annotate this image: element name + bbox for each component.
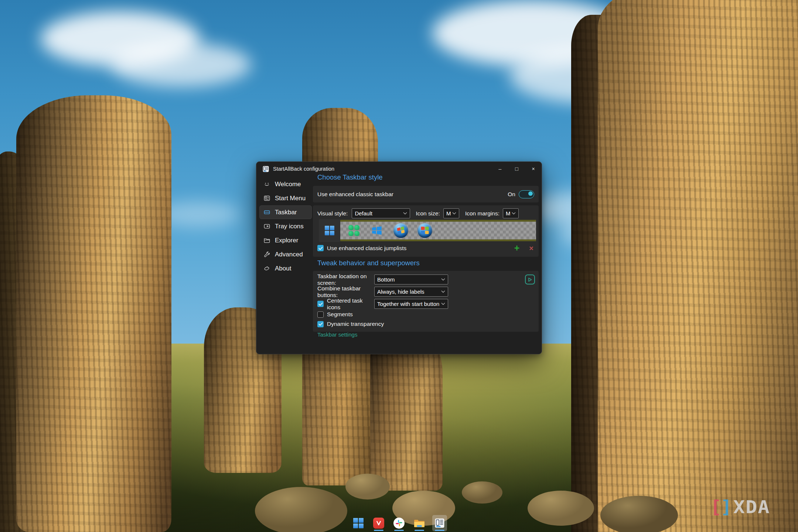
maximize-button[interactable]: □ [508, 162, 525, 176]
rock [345, 474, 390, 499]
style-preview-strip [340, 220, 536, 241]
visual-style-dropdown[interactable]: Default [352, 208, 410, 218]
standing-stone [16, 95, 171, 532]
sidebar-item-advanced[interactable]: Advanced [259, 248, 312, 261]
hand-icon [263, 265, 270, 272]
taskbar-button-slack[interactable] [392, 515, 406, 531]
startallback-window: StartAllBack configuration – □ × Welcome… [256, 161, 542, 354]
taskbar-settings-link[interactable]: Taskbar settings [317, 331, 357, 338]
taskbar-button-explorer[interactable] [412, 515, 427, 531]
startallback-app-icon [262, 166, 269, 173]
chevron-down-icon [441, 303, 445, 305]
section-title-taskbar-style: Choose Taskbar style [317, 173, 383, 181]
rock [600, 496, 678, 532]
check-icon [318, 246, 323, 250]
cloud [111, 42, 251, 87]
style-option-windows11[interactable] [319, 219, 340, 242]
tray-icons-icon [263, 223, 270, 230]
rock [528, 491, 594, 526]
close-button[interactable]: × [525, 162, 542, 176]
system-taskbar [351, 514, 447, 532]
combine-buttons-value: Always, hide labels [377, 289, 424, 295]
rock [255, 487, 347, 532]
taskbar-style-panel: Visual style: Default Icon size: M Icon … [313, 205, 539, 257]
start-button[interactable] [351, 515, 366, 531]
dynamic-transparency-checkbox[interactable] [317, 321, 324, 327]
remove-style-button[interactable]: × [528, 245, 534, 252]
style-option-vista-orb[interactable] [417, 223, 432, 238]
add-style-button[interactable]: + [514, 243, 521, 253]
icon-margins-label: Icon margins: [465, 210, 499, 217]
check-icon [318, 322, 323, 326]
segments-label: Segments [327, 311, 353, 318]
sidebar-item-taskbar[interactable]: Taskbar [259, 205, 312, 219]
check-icon [318, 302, 323, 306]
taskbar-location-value: Bottom [377, 276, 395, 283]
slack-icon [393, 518, 405, 529]
minimize-button[interactable]: – [492, 162, 508, 176]
play-icon [528, 277, 532, 282]
icon-margins-dropdown[interactable]: M [503, 208, 519, 218]
enhanced-taskbar-panel: Use enhanced classic taskbar On [313, 186, 539, 202]
visual-style-label: Visual style: [317, 210, 348, 217]
icon-size-dropdown[interactable]: M [443, 208, 459, 218]
chevron-down-icon [441, 290, 445, 293]
combine-buttons-label: Combine taskbar buttons: [317, 285, 374, 299]
chevron-down-icon [512, 212, 516, 215]
sidebar-item-label: Start Menu [275, 195, 306, 202]
centered-icons-value: Together with start button [377, 301, 439, 307]
chevron-down-icon [441, 278, 445, 281]
jumplists-checkbox[interactable] [317, 245, 324, 251]
section-title-tweak-behavior: Tweak behavior and superpowers [317, 259, 420, 267]
sidebar-item-about[interactable]: About [259, 262, 312, 275]
icon-margins-value: M [506, 210, 511, 216]
watermark-bracket-right: ] [720, 497, 731, 517]
watermark-text: XDA [733, 497, 770, 517]
style-option-windows7-orb[interactable] [393, 223, 408, 238]
folder-icon [413, 517, 425, 529]
centered-icons-dropdown[interactable]: Together with start button [374, 299, 448, 309]
titlebar[interactable]: StartAllBack configuration – □ × [256, 162, 542, 176]
icon-size-value: M [446, 210, 451, 216]
sidebar: Welcome Start Menu Taskbar Tray icons [259, 177, 312, 276]
folder-icon [263, 237, 270, 244]
style-option-clover[interactable] [348, 225, 359, 236]
watermark-bracket-left: [ [710, 497, 720, 517]
taskbar-location-label: Taskbar location on screen: [317, 273, 374, 286]
style-option-windows10[interactable] [371, 224, 383, 237]
vivaldi-icon [373, 518, 384, 529]
icon-size-label: Icon size: [416, 210, 440, 217]
xda-watermark: []XDA [710, 497, 770, 517]
sidebar-item-label: Tray icons [275, 223, 304, 230]
taskbar-style-preview [319, 219, 536, 242]
toggle-knob [528, 191, 533, 196]
windows-flag-icon [397, 226, 405, 234]
centered-icons-checkbox[interactable] [317, 301, 324, 307]
sidebar-item-tray-icons[interactable]: Tray icons [259, 219, 312, 233]
startallback-icon [434, 518, 445, 529]
sidebar-item-explorer[interactable]: Explorer [259, 233, 312, 247]
sidebar-item-welcome[interactable]: Welcome [259, 177, 312, 191]
enhanced-taskbar-toggle[interactable] [519, 190, 534, 198]
video-demo-button[interactable] [525, 274, 535, 284]
enhanced-taskbar-label: Use enhanced classic taskbar [317, 191, 508, 198]
sidebar-item-label: Welcome [275, 181, 301, 188]
taskbar-icon [263, 209, 270, 216]
sidebar-item-label: About [275, 265, 291, 272]
desktop: []XDA [0, 0, 798, 532]
sidebar-item-label: Explorer [275, 237, 298, 244]
taskbar-location-dropdown[interactable]: Bottom [374, 274, 448, 284]
running-indicator [374, 530, 383, 531]
windows-flag-icon [421, 227, 429, 234]
taskbar-button-startallback[interactable] [432, 515, 447, 531]
running-indicator [394, 530, 404, 531]
dynamic-transparency-label: Dynamic transparency [327, 321, 384, 327]
segments-checkbox[interactable] [317, 311, 324, 318]
taskbar-button-vivaldi[interactable] [371, 515, 386, 531]
windows-11-logo-icon [325, 226, 334, 235]
windows-11-logo-icon [353, 518, 364, 528]
chevron-down-icon [403, 212, 407, 215]
sidebar-item-start-menu[interactable]: Start Menu [259, 191, 312, 205]
start-menu-icon [263, 195, 270, 202]
combine-buttons-dropdown[interactable]: Always, hide labels [374, 287, 448, 297]
